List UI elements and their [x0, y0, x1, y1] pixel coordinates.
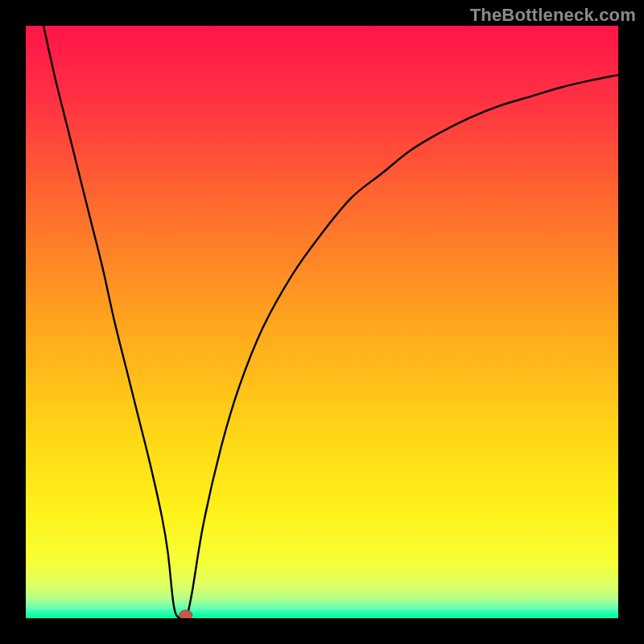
chart-svg: [26, 26, 618, 618]
minimum-marker: [180, 610, 192, 618]
watermark-text: TheBottleneck.com: [470, 5, 636, 26]
plot-area: [26, 26, 618, 618]
chart-frame: TheBottleneck.com: [0, 0, 644, 644]
